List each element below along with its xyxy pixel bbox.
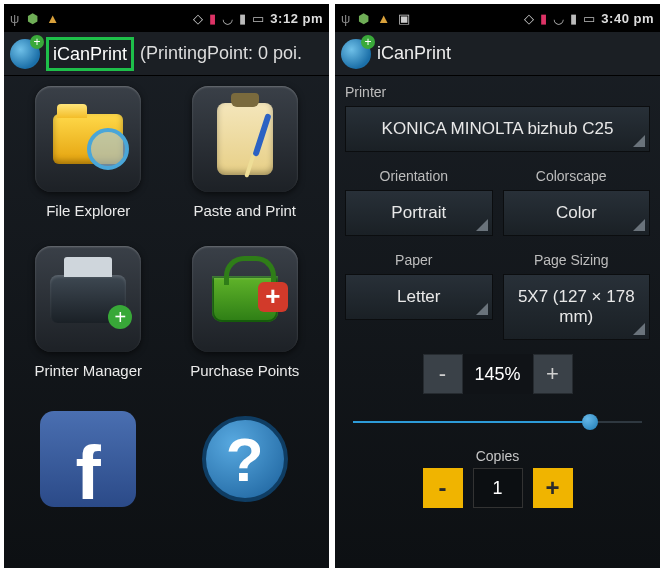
status-bar: ψ ⬢ ▲ ◇ ▮ ◡ ▮ ▭ 3:12 pm bbox=[4, 4, 329, 32]
net-icon: ▮ bbox=[540, 11, 547, 26]
tile-help[interactable]: ? bbox=[167, 406, 324, 566]
app-logo-icon bbox=[10, 39, 40, 69]
zoom-minus-button[interactable]: - bbox=[423, 354, 463, 394]
copies-input[interactable] bbox=[473, 468, 523, 508]
orientation-dropdown[interactable]: Portrait bbox=[345, 190, 493, 236]
page-sizing-value: 5X7 (127 × 178 mm) bbox=[518, 287, 635, 326]
clipboard-pencil-icon bbox=[217, 103, 273, 175]
tile-purchase-points[interactable]: Purchase Points bbox=[167, 246, 324, 406]
debug-icon: ⬢ bbox=[358, 11, 369, 26]
phone-settings: ψ ⬢ ▲ ▣ ◇ ▮ ◡ ▮ ▭ 3:40 pm iCanPrint Prin… bbox=[335, 4, 660, 568]
status-bar: ψ ⬢ ▲ ▣ ◇ ▮ ◡ ▮ ▭ 3:40 pm bbox=[335, 4, 660, 32]
tile-paste-print[interactable]: Paste and Print bbox=[167, 86, 324, 246]
colorscape-value: Color bbox=[556, 203, 597, 222]
app-bar: iCanPrint bbox=[335, 32, 660, 76]
folder-search-icon bbox=[53, 114, 123, 164]
orientation-value: Portrait bbox=[391, 203, 446, 222]
tile-label: File Explorer bbox=[46, 202, 130, 219]
tile-label: Printer Manager bbox=[34, 362, 142, 379]
signal-icon: ▮ bbox=[570, 11, 577, 26]
warning-icon: ▲ bbox=[46, 11, 59, 26]
tile-facebook[interactable]: f bbox=[10, 406, 167, 566]
app-logo-icon bbox=[341, 39, 371, 69]
net-icon: ▮ bbox=[209, 11, 216, 26]
copies-plus-button[interactable]: + bbox=[533, 468, 573, 508]
settings-panel: Printer KONICA MINOLTA bizhub C25 Orient… bbox=[335, 76, 660, 568]
store-icon: ▣ bbox=[398, 11, 410, 26]
usb-icon: ψ bbox=[341, 11, 350, 26]
orientation-label: Orientation bbox=[345, 160, 493, 188]
tile-file-explorer[interactable]: File Explorer bbox=[10, 86, 167, 246]
facebook-icon: f bbox=[40, 411, 136, 507]
tile-label: Paste and Print bbox=[193, 202, 296, 219]
slider-fill bbox=[353, 421, 590, 423]
zoom-stepper: - 145% + bbox=[423, 354, 573, 394]
zoom-plus-button[interactable]: + bbox=[533, 354, 573, 394]
debug-icon: ⬢ bbox=[27, 11, 38, 26]
page-sizing-dropdown[interactable]: 5X7 (127 × 178 mm) bbox=[503, 274, 651, 340]
app-title: iCanPrint bbox=[46, 37, 134, 71]
paper-value: Letter bbox=[397, 287, 440, 306]
printer-label: Printer bbox=[335, 76, 660, 104]
copies-minus-button[interactable]: - bbox=[423, 468, 463, 508]
usb-icon: ψ bbox=[10, 11, 19, 26]
zoom-value: 145% bbox=[463, 354, 533, 394]
app-title: iCanPrint bbox=[377, 43, 451, 64]
app-bar: iCanPrint (PrintingPoint: 0 poi. bbox=[4, 32, 329, 76]
copies-label: Copies bbox=[335, 448, 660, 464]
paper-dropdown[interactable]: Letter bbox=[345, 274, 493, 320]
copies-stepper: - + bbox=[335, 468, 660, 508]
warning-icon: ▲ bbox=[377, 11, 390, 26]
printer-value: KONICA MINOLTA bizhub C25 bbox=[382, 119, 614, 138]
colorscape-label: Colorscape bbox=[503, 160, 651, 188]
clock: 3:12 pm bbox=[270, 11, 323, 26]
battery-icon: ▭ bbox=[252, 11, 264, 26]
battery-icon: ▭ bbox=[583, 11, 595, 26]
slider-thumb-icon[interactable] bbox=[582, 414, 598, 430]
help-icon: ? bbox=[202, 416, 288, 502]
wifi-icon: ◡ bbox=[553, 11, 564, 26]
home-grid: File Explorer Paste and Print Printer Ma… bbox=[4, 76, 329, 568]
tile-label: Purchase Points bbox=[190, 362, 299, 379]
paper-label: Paper bbox=[345, 244, 493, 272]
basket-plus-icon bbox=[212, 276, 278, 322]
printer-add-icon bbox=[50, 275, 126, 323]
app-title-extra: (PrintingPoint: 0 poi. bbox=[140, 43, 302, 64]
zoom-slider[interactable] bbox=[353, 414, 642, 430]
wifi-icon: ◡ bbox=[222, 11, 233, 26]
signal-icon: ▮ bbox=[239, 11, 246, 26]
printer-dropdown[interactable]: KONICA MINOLTA bizhub C25 bbox=[345, 106, 650, 152]
page-sizing-label: Page Sizing bbox=[503, 244, 651, 272]
clock: 3:40 pm bbox=[601, 11, 654, 26]
phone-home: ψ ⬢ ▲ ◇ ▮ ◡ ▮ ▭ 3:12 pm iCanPrint (Print… bbox=[4, 4, 329, 568]
colorscape-dropdown[interactable]: Color bbox=[503, 190, 651, 236]
tile-printer-manager[interactable]: Printer Manager bbox=[10, 246, 167, 406]
rotate-icon: ◇ bbox=[193, 11, 203, 26]
rotate-icon: ◇ bbox=[524, 11, 534, 26]
